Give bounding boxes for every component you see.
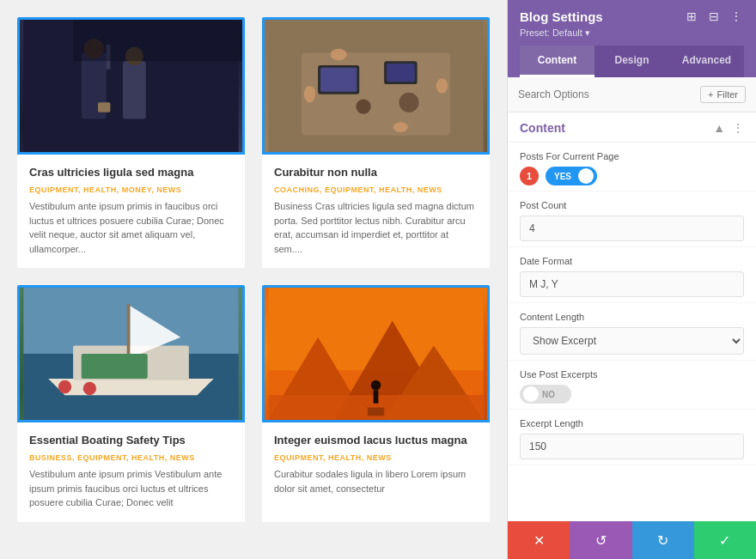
blog-card-image-1 xyxy=(17,17,245,155)
svg-rect-11 xyxy=(320,68,357,92)
blog-card-image-2 xyxy=(262,17,490,155)
blog-card-excerpt-4: Curabitur sodales ligula in libero Lorem… xyxy=(274,467,478,495)
posts-current-page-label: Posts For Current Page xyxy=(520,151,744,161)
svg-point-19 xyxy=(356,99,370,113)
section-title: Content xyxy=(520,121,565,135)
blog-card-title-1: Cras ultricies ligula sed magna xyxy=(29,165,233,180)
content-length-label: Content Length xyxy=(520,312,744,322)
save-button[interactable]: ✓ xyxy=(694,521,756,559)
collapse-icon[interactable]: ▲ xyxy=(713,121,725,135)
date-format-label: Date Format xyxy=(520,256,744,266)
svg-point-28 xyxy=(58,380,71,393)
undo-icon: ↺ xyxy=(595,532,607,549)
blog-card-body-1: Cras ultricies ligula sed magna EQUIPMEN… xyxy=(17,155,245,268)
content-length-field: Content Length Show Excerpt Show Full Co… xyxy=(508,303,756,361)
delete-button[interactable]: ✕ xyxy=(508,521,570,559)
panel-preset[interactable]: Preset: Default ▾ xyxy=(520,27,744,39)
main-content: Cras ultricies ligula sed magna EQUIPMEN… xyxy=(0,0,507,559)
toggle-no-label: NO xyxy=(542,390,555,399)
svg-rect-13 xyxy=(387,64,415,82)
blog-card-4: Integer euismod lacus luctus magna EQUIP… xyxy=(262,285,490,522)
filter-icon: + xyxy=(708,89,713,100)
svg-rect-38 xyxy=(368,408,384,416)
blog-card-title-4: Integer euismod lacus luctus magna xyxy=(274,433,478,448)
save-icon: ✓ xyxy=(719,532,730,549)
blog-card-excerpt-2: Business Cras ultricies ligula sed magna… xyxy=(274,199,478,256)
blog-card-cats-2: COACHING, EQUIPMENT, HEALTH, NEWS xyxy=(274,185,478,194)
columns-icon[interactable]: ⊟ xyxy=(706,9,722,24)
redo-icon: ↻ xyxy=(657,532,668,549)
blog-card-1: Cras ultricies ligula sed magna EQUIPMEN… xyxy=(17,17,245,268)
svg-point-17 xyxy=(436,78,448,93)
svg-point-16 xyxy=(304,86,315,102)
posts-for-current-page-field: Posts For Current Page 1 YES xyxy=(508,143,756,191)
settings-panel: Blog Settings ⊞ ⊟ ⋮ Preset: Default ▾ Co… xyxy=(507,0,756,559)
svg-point-36 xyxy=(371,380,381,391)
search-input[interactable] xyxy=(518,88,693,100)
use-post-excerpts-label: Use Post Excerpts xyxy=(520,369,744,380)
blog-card-cats-4: EQUIPMENT, HEALTH, NEWS xyxy=(274,453,478,462)
more-options-icon[interactable]: ⋮ xyxy=(729,9,744,24)
svg-rect-5 xyxy=(98,102,110,112)
blog-card-body-2: Curabitur non nulla COACHING, EQUIPMENT,… xyxy=(262,155,490,268)
excerpt-length-input[interactable] xyxy=(520,434,744,459)
blog-card-excerpt-1: Vestibulum ante ipsum primis in faucibus… xyxy=(29,199,233,256)
blog-card-excerpt-3: Vestibulum ante ipsum primis Vestibulum … xyxy=(29,467,233,510)
panel-body: Content ▲ ⋮ Posts For Current Page 1 YES… xyxy=(508,112,756,559)
post-count-input[interactable] xyxy=(520,216,744,241)
svg-rect-3 xyxy=(123,61,146,118)
panel-header-icons: ⊞ ⊟ ⋮ xyxy=(684,9,744,24)
panel-header-top: Blog Settings ⊞ ⊟ ⋮ xyxy=(520,9,744,24)
delete-icon: ✕ xyxy=(533,532,545,549)
undo-button[interactable]: ↺ xyxy=(570,521,631,559)
panel-title: Blog Settings xyxy=(520,9,603,24)
blog-card-3: Essential Boating Safety Tips BUSINESS, … xyxy=(17,285,245,522)
section-icons: ▲ ⋮ xyxy=(713,121,744,135)
excerpt-length-label: Excerpt Length xyxy=(520,418,744,428)
svg-marker-23 xyxy=(48,379,214,395)
panel-search: + Filter xyxy=(508,77,756,112)
tab-design[interactable]: Design xyxy=(594,46,669,77)
panel-header: Blog Settings ⊞ ⊟ ⋮ Preset: Default ▾ Co… xyxy=(508,0,756,77)
svg-point-14 xyxy=(331,49,347,60)
blog-card-2: Curabitur non nulla COACHING, EQUIPMENT,… xyxy=(262,17,490,268)
blog-card-image-3 xyxy=(17,285,245,422)
toggle-knob xyxy=(578,168,594,184)
expand-icon[interactable]: ⊞ xyxy=(684,9,699,24)
blog-card-body-3: Essential Boating Safety Tips BUSINESS, … xyxy=(17,422,245,522)
section-more-icon[interactable]: ⋮ xyxy=(732,121,744,135)
blog-card-body-4: Integer euismod lacus luctus magna EQUIP… xyxy=(262,422,490,507)
date-format-field: Date Format xyxy=(508,247,756,303)
blog-card-title-3: Essential Boating Safety Tips xyxy=(29,433,233,448)
filter-label: Filter xyxy=(717,89,738,100)
panel-actions: ✕ ↺ ↻ ✓ xyxy=(508,521,756,559)
posts-current-page-toggle-container: 1 YES xyxy=(520,167,744,185)
excerpt-length-field: Excerpt Length xyxy=(508,410,756,465)
date-format-input[interactable] xyxy=(520,271,744,297)
panel-tabs: Content Design Advanced xyxy=(520,46,744,77)
redo-button[interactable]: ↻ xyxy=(632,521,694,559)
svg-point-15 xyxy=(393,122,408,132)
blog-card-image-4 xyxy=(262,285,490,422)
svg-rect-7 xyxy=(73,20,242,61)
use-post-excerpts-field: Use Post Excerpts NO xyxy=(508,361,756,410)
post-count-field: Post Count xyxy=(508,191,756,247)
blog-card-cats-3: BUSINESS, EQUIPMENT, HEALTH, NEWS xyxy=(29,453,233,462)
toggle-no-knob xyxy=(523,386,539,402)
tab-content[interactable]: Content xyxy=(520,46,594,77)
tab-advanced[interactable]: Advanced xyxy=(669,46,744,77)
filter-button[interactable]: + Filter xyxy=(700,86,746,103)
content-length-select[interactable]: Show Excerpt Show Full Content xyxy=(520,327,744,355)
svg-rect-27 xyxy=(82,354,148,379)
svg-point-18 xyxy=(399,93,418,112)
badge-1: 1 xyxy=(520,167,539,185)
use-post-excerpts-toggle[interactable]: NO xyxy=(520,385,571,404)
blog-card-cats-1: EQUIPMENT, HEALTH, MONEY, NEWS xyxy=(29,185,233,194)
svg-point-29 xyxy=(83,382,96,395)
blog-card-title-2: Curabitur non nulla xyxy=(274,165,478,180)
posts-current-page-toggle[interactable]: YES xyxy=(546,167,597,185)
blog-grid: Cras ultricies ligula sed magna EQUIPMEN… xyxy=(17,17,490,522)
content-section-header: Content ▲ ⋮ xyxy=(508,112,756,143)
post-count-label: Post Count xyxy=(520,200,744,210)
toggle-yes-label: YES xyxy=(554,172,571,181)
